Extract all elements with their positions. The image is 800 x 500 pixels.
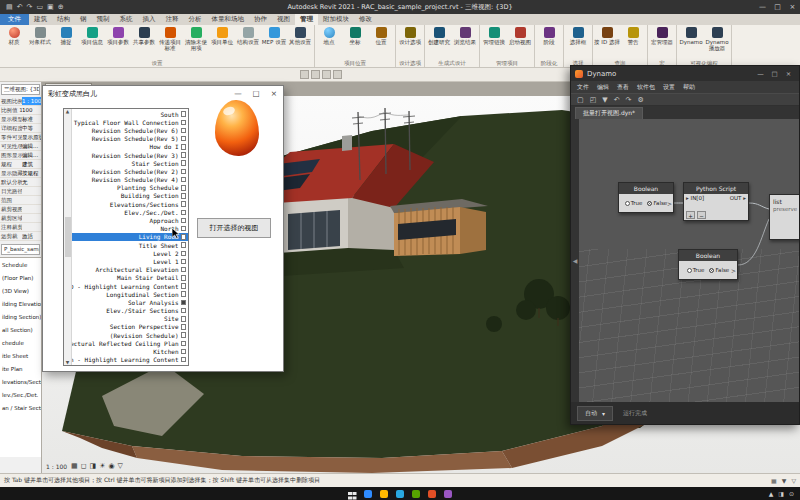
taskbar-app-icon[interactable] bbox=[412, 490, 420, 498]
property-value[interactable] bbox=[22, 214, 41, 222]
boolean-node-1[interactable]: Boolean True False > bbox=[618, 182, 674, 213]
view-checkbox[interactable] bbox=[181, 308, 187, 314]
view-checkbox[interactable] bbox=[181, 160, 187, 166]
property-value[interactable]: 编辑... bbox=[22, 151, 41, 159]
radio-true[interactable]: True bbox=[625, 200, 643, 206]
dynamo-window-button[interactable]: □ bbox=[768, 70, 781, 78]
open-selected-views-button[interactable]: 打开选择的视图 bbox=[197, 218, 271, 238]
dynamo-toolbar-icon[interactable]: ↷ bbox=[626, 96, 632, 104]
view-control-icon[interactable]: ◉ bbox=[108, 462, 114, 470]
property-value[interactable]: 1 : 100 bbox=[22, 97, 41, 105]
dynamo-toolbar-icon[interactable]: ▢ bbox=[577, 96, 584, 104]
ribbon-tab[interactable]: 分析 bbox=[184, 14, 207, 25]
options-icon[interactable] bbox=[300, 70, 309, 79]
ribbon-button[interactable]: 传递项目标准 bbox=[157, 26, 183, 51]
view-checkbox[interactable] bbox=[181, 193, 187, 199]
dynamo-menu-item[interactable]: 帮助 bbox=[683, 83, 695, 92]
ribbon-button[interactable]: 结构设置 bbox=[235, 26, 261, 51]
radio-false[interactable]: False bbox=[647, 200, 667, 206]
ribbon-button[interactable]: 浏览结果 bbox=[452, 26, 478, 45]
ribbon-tab[interactable]: 系统 bbox=[115, 14, 138, 25]
quick-access-icon[interactable]: ⊕ bbox=[58, 3, 64, 11]
ribbon-tab[interactable]: 钢 bbox=[75, 14, 92, 25]
browser-item[interactable]: chedule bbox=[0, 337, 41, 350]
taskbar-app-icon[interactable] bbox=[444, 490, 452, 498]
view-list-item[interactable]: Elev./Stair Sections bbox=[72, 307, 188, 315]
output-port[interactable]: > bbox=[731, 267, 736, 274]
property-value[interactable]: 编辑... bbox=[22, 142, 41, 150]
dynamo-canvas[interactable]: ◀ Boolean True False > Python Script ▸ I… bbox=[571, 119, 799, 402]
quick-access-icon[interactable]: ▤ bbox=[6, 3, 13, 11]
tray-icon[interactable]: ⊙ bbox=[789, 490, 794, 497]
view-control-icon[interactable]: ▦ bbox=[71, 462, 78, 470]
browser-item[interactable]: ilding Elevation) bbox=[0, 298, 41, 311]
view-checkbox[interactable] bbox=[181, 316, 187, 322]
view-list-item[interactable]: Solar Analysis bbox=[72, 298, 188, 306]
ribbon-button[interactable]: 捕捉 bbox=[53, 26, 79, 51]
dynamo-window-button[interactable]: × bbox=[782, 70, 795, 78]
scroll-down-icon[interactable]: ▼ bbox=[66, 360, 69, 365]
view-checkbox[interactable] bbox=[181, 136, 187, 142]
ribbon-button[interactable]: 启动视图 bbox=[507, 26, 533, 45]
ribbon-button[interactable]: 宏管理器 bbox=[649, 26, 675, 45]
ribbon-button[interactable]: MEP 设置 bbox=[261, 26, 287, 51]
browser-item[interactable]: levations/Section bbox=[0, 376, 41, 389]
view-list-item[interactable]: Architectural Reflected Ceiling Plan bbox=[72, 339, 188, 347]
ribbon-button[interactable]: 坐标 bbox=[342, 26, 368, 45]
boolean-node-2[interactable]: Boolean True False > bbox=[678, 249, 738, 280]
view-list-item[interactable]: Stair Section bbox=[72, 159, 188, 167]
property-value[interactable]: 无 bbox=[22, 178, 41, 186]
window-control-button[interactable]: × bbox=[785, 3, 800, 11]
view-list-item[interactable]: North bbox=[72, 225, 188, 233]
dialog-window-button[interactable]: □ bbox=[247, 86, 265, 102]
view-checkbox[interactable] bbox=[181, 275, 187, 281]
status-bar-icon[interactable]: ▽ bbox=[791, 477, 796, 484]
view-control-icon[interactable]: ◻ bbox=[81, 462, 87, 470]
window-control-button[interactable]: — bbox=[755, 3, 770, 11]
type-selector[interactable]: 三维视图: {3D} bbox=[1, 84, 40, 95]
property-value[interactable] bbox=[22, 187, 41, 195]
view-list-item[interactable]: Architectural Elevation bbox=[72, 266, 188, 274]
start-button-icon[interactable] bbox=[348, 492, 352, 496]
quick-access-icon[interactable]: ▭ bbox=[36, 3, 43, 11]
view-list-item[interactable]: South bbox=[72, 110, 188, 118]
view-list-item[interactable]: Living Room bbox=[72, 233, 188, 241]
list-scrollbar[interactable]: ▲ ▼ bbox=[64, 109, 72, 365]
output-port[interactable]: > bbox=[667, 200, 672, 207]
property-value[interactable]: 激活 bbox=[22, 232, 41, 240]
browser-item[interactable]: ilding Section) bbox=[0, 311, 41, 324]
run-mode-dropdown[interactable]: 自动 ▾ bbox=[577, 406, 613, 421]
view-list-item[interactable]: Building Section bbox=[72, 192, 188, 200]
scroll-up-icon[interactable]: ▲ bbox=[66, 109, 69, 114]
tray-icon[interactable]: ▲ bbox=[769, 490, 774, 497]
ribbon-tab[interactable]: 体量和场地 bbox=[207, 14, 250, 25]
view-list-item[interactable]: E.S.D - Highlight Learning Content bbox=[72, 282, 188, 290]
view-list-item[interactable]: Level 2 bbox=[72, 249, 188, 257]
ribbon-button[interactable]: 阶段 bbox=[536, 26, 562, 45]
browser-item[interactable]: (Floor Plan) bbox=[0, 272, 41, 285]
dynamo-toolbar-icon[interactable]: ▼ bbox=[602, 96, 607, 104]
property-value[interactable] bbox=[22, 196, 41, 204]
view-checkbox[interactable] bbox=[181, 169, 187, 175]
options-icon[interactable] bbox=[322, 70, 331, 79]
ribbon-tab[interactable]: 预制 bbox=[92, 14, 115, 25]
view-list-item[interactable]: Main Stair Detail bbox=[72, 274, 188, 282]
options-icon[interactable] bbox=[311, 70, 320, 79]
view-checkbox[interactable] bbox=[181, 177, 187, 183]
view-list-item[interactable]: Level 1 bbox=[72, 257, 188, 265]
dynamo-menu-item[interactable]: 设置 bbox=[663, 83, 675, 92]
radio-true[interactable]: True bbox=[687, 267, 705, 273]
browser-item[interactable]: all Section) bbox=[0, 324, 41, 337]
ribbon-button[interactable]: 设计选项 bbox=[397, 26, 423, 45]
dynamo-toolbar-icon[interactable]: ⚙ bbox=[637, 96, 643, 104]
browser-item[interactable]: (3D View) bbox=[0, 285, 41, 298]
python-script-node[interactable]: Python Script ▸ IN[0] OUT ▸ +− bbox=[683, 182, 749, 221]
ribbon-tab[interactable]: 附加模块 bbox=[318, 14, 354, 25]
ribbon-tab[interactable]: 协作 bbox=[249, 14, 272, 25]
ribbon-tab[interactable]: 视图 bbox=[272, 14, 295, 25]
ribbon-button[interactable]: 警告 bbox=[620, 26, 646, 45]
view-checkbox[interactable] bbox=[181, 349, 187, 355]
view-list-item[interactable]: Longitudinal Section bbox=[72, 290, 188, 298]
taskbar-app-icon[interactable] bbox=[396, 490, 404, 498]
view-list-item[interactable]: (Revision Schedule) bbox=[72, 331, 188, 339]
